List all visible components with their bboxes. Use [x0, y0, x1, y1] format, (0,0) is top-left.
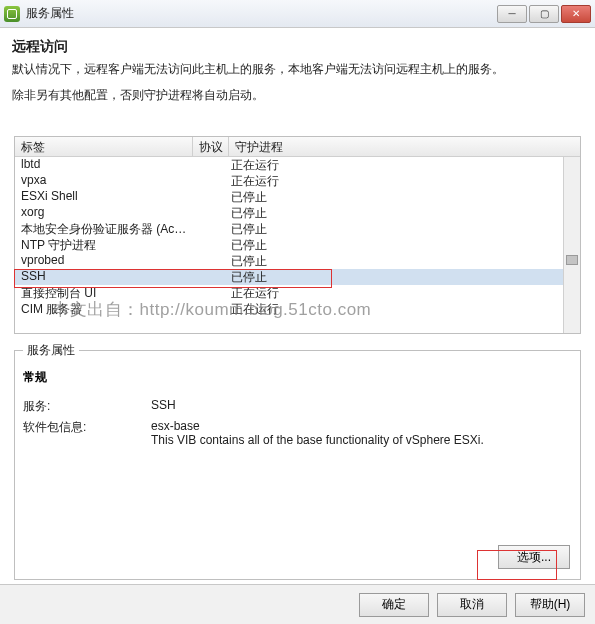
cell-label: vprobed	[15, 253, 193, 269]
col-daemon[interactable]: 守护进程	[229, 137, 580, 156]
options-button-wrap: 选项...	[498, 545, 570, 569]
package-key: 软件包信息:	[23, 419, 151, 447]
cell-protocol	[193, 301, 229, 317]
service-key: 服务:	[23, 398, 151, 415]
cell-label: lbtd	[15, 157, 193, 173]
cell-protocol	[193, 157, 229, 173]
table-row[interactable]: vprobed已停止	[15, 253, 580, 269]
group-heading: 常规	[23, 369, 580, 386]
scrollbar-thumb[interactable]	[566, 255, 578, 265]
table-row[interactable]: vpxa正在运行	[15, 173, 580, 189]
table-row[interactable]: lbtd正在运行	[15, 157, 580, 173]
cell-daemon: 正在运行	[229, 157, 580, 173]
help-button[interactable]: 帮助(H)	[515, 593, 585, 617]
cell-protocol	[193, 237, 229, 253]
window-titlebar: 服务属性 ─ ▢ ✕	[0, 0, 595, 28]
kv-package: 软件包信息: esx-base This VIB contains all of…	[23, 419, 572, 447]
minimize-button[interactable]: ─	[497, 5, 527, 23]
cell-daemon: 已停止	[229, 253, 580, 269]
cell-daemon: 正在运行	[229, 173, 580, 189]
ok-button[interactable]: 确定	[359, 593, 429, 617]
cell-label: xorg	[15, 205, 193, 221]
cell-protocol	[193, 173, 229, 189]
cell-label: 本地安全身份验证服务器 (Active...	[15, 221, 193, 237]
maximize-button[interactable]: ▢	[529, 5, 559, 23]
cell-daemon: 正在运行	[229, 285, 580, 301]
vertical-scrollbar[interactable]	[563, 157, 580, 333]
cell-label: NTP 守护进程	[15, 237, 193, 253]
service-properties-group: 服务属性 常规 服务: SSH 软件包信息: esx-base This VIB…	[14, 350, 581, 580]
close-button[interactable]: ✕	[561, 5, 591, 23]
cell-protocol	[193, 189, 229, 205]
cell-daemon: 已停止	[229, 237, 580, 253]
package-name: esx-base	[151, 419, 572, 433]
package-value: esx-base This VIB contains all of the ba…	[151, 419, 572, 447]
table-row[interactable]: 直接控制台 UI正在运行	[15, 285, 580, 301]
table-row[interactable]: CIM 服务器正在运行	[15, 301, 580, 317]
cell-daemon: 已停止	[229, 189, 580, 205]
cell-label: vpxa	[15, 173, 193, 189]
services-table: 标签 协议 守护进程 lbtd正在运行vpxa正在运行ESXi Shell已停止…	[14, 136, 581, 334]
window-buttons: ─ ▢ ✕	[495, 5, 591, 23]
cell-label: CIM 服务器	[15, 301, 193, 317]
table-row[interactable]: xorg已停止	[15, 205, 580, 221]
cancel-button[interactable]: 取消	[437, 593, 507, 617]
group-legend: 服务属性	[23, 342, 79, 359]
table-row[interactable]: 本地安全身份验证服务器 (Active...已停止	[15, 221, 580, 237]
cell-daemon: 已停止	[229, 269, 580, 285]
cell-protocol	[193, 205, 229, 221]
cell-label: SSH	[15, 269, 193, 285]
table-body: lbtd正在运行vpxa正在运行ESXi Shell已停止xorg已停止本地安全…	[15, 157, 580, 317]
dialog-bottom-bar: 确定 取消 帮助(H)	[0, 584, 595, 624]
cell-protocol	[193, 253, 229, 269]
cell-protocol	[193, 285, 229, 301]
service-value: SSH	[151, 398, 572, 415]
section-desc-2: 除非另有其他配置，否则守护进程将自动启动。	[12, 87, 583, 104]
cell-protocol	[193, 269, 229, 285]
cell-daemon: 正在运行	[229, 301, 580, 317]
cell-daemon: 已停止	[229, 221, 580, 237]
options-button[interactable]: 选项...	[498, 545, 570, 569]
table-row[interactable]: ESXi Shell已停止	[15, 189, 580, 205]
cell-label: ESXi Shell	[15, 189, 193, 205]
app-icon	[4, 6, 20, 22]
cell-daemon: 已停止	[229, 205, 580, 221]
table-row[interactable]: NTP 守护进程已停止	[15, 237, 580, 253]
cell-label: 直接控制台 UI	[15, 285, 193, 301]
col-protocol[interactable]: 协议	[193, 137, 229, 156]
cell-protocol	[193, 221, 229, 237]
package-desc: This VIB contains all of the base functi…	[151, 433, 572, 447]
col-label[interactable]: 标签	[15, 137, 193, 156]
kv-service: 服务: SSH	[23, 398, 572, 415]
window-title: 服务属性	[26, 5, 495, 22]
dialog-content: 远程访问 默认情况下，远程客户端无法访问此主机上的服务，本地客户端无法访问远程主…	[0, 28, 595, 584]
table-header: 标签 协议 守护进程	[15, 137, 580, 157]
section-title: 远程访问	[12, 38, 583, 56]
table-row[interactable]: SSH已停止	[15, 269, 580, 285]
section-desc-1: 默认情况下，远程客户端无法访问此主机上的服务，本地客户端无法访问远程主机上的服务…	[12, 60, 583, 79]
